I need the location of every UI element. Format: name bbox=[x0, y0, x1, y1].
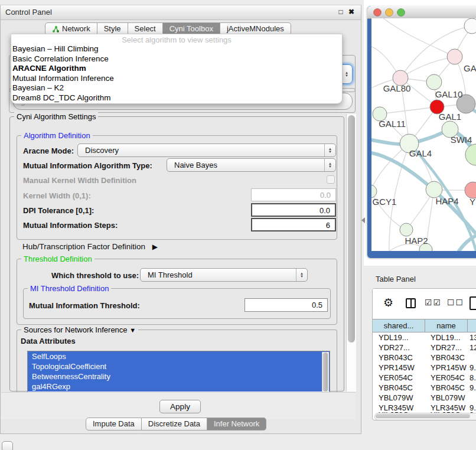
gear-icon[interactable]: ⚙ bbox=[383, 296, 393, 309]
table-cell[interactable]: 13 bbox=[470, 333, 476, 342]
algorithm-definition-group: Algorithm Definition Aracne Mode: Discov… bbox=[17, 135, 337, 240]
list-item[interactable]: TopologicalCoefficient bbox=[28, 361, 330, 371]
node-gcy1[interactable] bbox=[371, 185, 377, 198]
table-cell[interactable]: YDL19... bbox=[379, 333, 409, 342]
select-all-columns-icon[interactable]: ☑☑ bbox=[425, 298, 442, 307]
aracne-mode-value: Discovery bbox=[78, 146, 324, 155]
which-threshold-value: MI Threshold bbox=[141, 270, 296, 279]
network-window-titlebar[interactable] bbox=[367, 6, 476, 19]
mi-threshold-label: Mutual Information Threshold: bbox=[29, 301, 140, 310]
table-cell[interactable]: 9. bbox=[470, 383, 476, 392]
table-toolbar: ⚙ ☑☑ ☐☐ bbox=[373, 289, 476, 318]
zoom-traffic-light[interactable] bbox=[397, 9, 405, 17]
column-header-shared-name[interactable]: shared... bbox=[373, 319, 425, 332]
network-canvas[interactable]: GAL GAL80 GAL10 GAL1 GAL11 SWI4 GAL4 GCY… bbox=[371, 18, 476, 251]
table-cell[interactable]: 8. bbox=[470, 373, 476, 382]
network-graph: GAL GAL80 GAL10 GAL1 GAL11 SWI4 GAL4 GCY… bbox=[371, 18, 476, 251]
table-cell[interactable]: YBR043C bbox=[379, 353, 413, 362]
table-cell[interactable]: 12 bbox=[470, 343, 476, 352]
kernel-width-field[interactable]: 0.0 bbox=[251, 188, 336, 201]
combo-arrows-icon: ▲▼ bbox=[296, 269, 307, 281]
node-label: HAP2 bbox=[405, 236, 428, 246]
table-cell[interactable]: YPR145W bbox=[431, 363, 467, 372]
list-scrollbar-thumb[interactable] bbox=[323, 353, 328, 392]
popup-item-aracne[interactable]: ARACNE Algorithm bbox=[11, 64, 342, 74]
function-builder-icon[interactable] bbox=[470, 296, 476, 310]
hub-tf-collapsible[interactable]: Hub/Transcription Factor Definition ▶ bbox=[22, 242, 158, 251]
aracne-mode-combo[interactable]: Discovery ▲▼ bbox=[77, 144, 336, 157]
control-panel-titlebar[interactable]: Control Panel □ ✖ bbox=[1, 5, 361, 20]
sources-group: Sources for Network Inference ▼ Data Att… bbox=[17, 330, 337, 400]
column-header-clipped[interactable]: A bbox=[468, 319, 476, 332]
table-cell[interactable]: YDR27... bbox=[431, 343, 462, 352]
node-green-right[interactable] bbox=[465, 144, 476, 165]
tab-impute-data-label: Impute Data bbox=[93, 418, 135, 430]
tab-impute-data[interactable]: Impute Data bbox=[86, 418, 142, 431]
minimized-panel-button[interactable] bbox=[2, 441, 13, 450]
dpi-tolerance-field[interactable]: 0.0 bbox=[251, 203, 336, 217]
float-icon[interactable]: □ bbox=[336, 7, 345, 17]
network-view-window: GAL GAL80 GAL10 GAL1 GAL11 SWI4 GAL4 GCY… bbox=[367, 6, 476, 258]
mi-type-label: Mutual Information Algorithm Type: bbox=[23, 161, 152, 170]
node-hap4[interactable] bbox=[426, 181, 442, 198]
popup-item-bayesian-hill-climbing[interactable]: Bayesian – Hill Climbing bbox=[11, 44, 342, 54]
node-hap2[interactable] bbox=[400, 223, 413, 236]
node-label: GCY1 bbox=[373, 197, 397, 207]
tab-discretize-data[interactable]: Discretize Data bbox=[142, 418, 207, 431]
table-scrollbar-thumb[interactable] bbox=[376, 414, 470, 418]
mi-type-value: Naive Bayes bbox=[167, 161, 324, 169]
popup-item-dream8[interactable]: Dream8 DC_TDC Algorithm bbox=[11, 93, 342, 103]
mi-type-combo[interactable]: Naive Bayes ▲▼ bbox=[167, 158, 336, 172]
node[interactable] bbox=[464, 18, 476, 34]
manual-kernel-checkbox[interactable] bbox=[327, 175, 335, 184]
aracne-mode-label: Aracne Mode: bbox=[23, 146, 74, 155]
table-cell[interactable]: YBR045C bbox=[379, 383, 413, 392]
close-icon[interactable]: ✖ bbox=[347, 7, 356, 17]
popup-item-bayesian-k2[interactable]: Bayesian – K2 bbox=[11, 83, 342, 93]
panel-splitter-arrow-icon[interactable] bbox=[361, 217, 365, 223]
node-label: GAL1 bbox=[439, 112, 461, 122]
mi-steps-field[interactable]: 6 bbox=[251, 218, 336, 231]
settings-scrollbar-thumb[interactable] bbox=[348, 115, 355, 343]
close-traffic-light[interactable] bbox=[374, 9, 382, 17]
node-label: GAL11 bbox=[379, 119, 406, 129]
table-cell[interactable]: YER054C bbox=[431, 373, 465, 382]
deselect-all-columns-icon[interactable]: ☐☐ bbox=[447, 298, 464, 307]
expand-arrow-icon: ▶ bbox=[148, 243, 158, 251]
sources-title-label: Sources for Network Inference bbox=[24, 325, 128, 334]
tab-network-label: Network bbox=[62, 23, 90, 35]
which-threshold-combo[interactable]: MI Threshold ▲▼ bbox=[140, 268, 308, 282]
table-cell[interactable]: YBR043C bbox=[431, 353, 465, 362]
list-item[interactable]: BetweennessCentrality bbox=[28, 371, 330, 381]
algorithm-select-popup: Select algorithm to view settings Bayesi… bbox=[11, 34, 343, 104]
minimize-traffic-light[interactable] bbox=[386, 9, 393, 17]
mi-threshold-group: MI Threshold Definition Mutual Informati… bbox=[23, 288, 331, 319]
table-cell[interactable]: YPR145W bbox=[379, 363, 415, 372]
popup-item-basic-correlation[interactable]: Basic Correlation Inference bbox=[11, 54, 342, 64]
node-gal10[interactable] bbox=[426, 74, 442, 90]
node-salmon[interactable] bbox=[465, 182, 476, 198]
sources-title[interactable]: Sources for Network Inference ▼ bbox=[21, 325, 138, 334]
table-horizontal-scrollbar[interactable] bbox=[374, 413, 476, 420]
which-threshold-label: Which threshold to use: bbox=[51, 271, 139, 280]
list-item[interactable]: gal4RGexp bbox=[28, 381, 330, 392]
tab-infer-network[interactable]: Infer Network bbox=[207, 418, 266, 431]
apply-button[interactable]: Apply bbox=[159, 400, 201, 413]
table-cell[interactable]: YDR27... bbox=[379, 343, 410, 352]
list-item[interactable]: SelfLoops bbox=[28, 351, 330, 361]
settings-vertical-scrollbar[interactable] bbox=[346, 114, 356, 392]
table-cell[interactable]: YBL079W bbox=[379, 393, 413, 402]
popup-item-mutual-information[interactable]: Mutual Information Inference bbox=[11, 74, 342, 84]
mi-threshold-field[interactable]: 0.5 bbox=[244, 298, 328, 312]
collapse-arrow-icon: ▼ bbox=[129, 327, 136, 334]
table-cell[interactable]: YER054C bbox=[379, 373, 413, 382]
column-header-name[interactable]: name bbox=[425, 319, 468, 332]
table-cell[interactable]: YDL19... bbox=[431, 333, 461, 342]
table-cell[interactable]: YBR045C bbox=[431, 383, 465, 392]
node-label: GAL80 bbox=[383, 83, 411, 93]
columns-icon[interactable] bbox=[406, 298, 416, 308]
node-gal-right[interactable] bbox=[447, 49, 462, 64]
dpi-tolerance-label: DPI Tolerance [0,1]: bbox=[23, 206, 94, 215]
table-cell[interactable]: YBL079W bbox=[431, 393, 465, 402]
table-cell[interactable]: 9. bbox=[470, 363, 476, 372]
